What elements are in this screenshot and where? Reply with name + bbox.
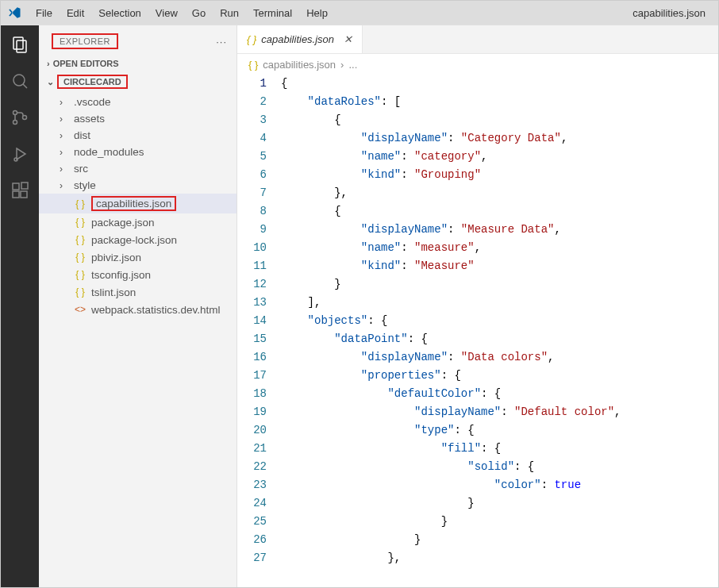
menu-go[interactable]: Go <box>186 4 212 22</box>
file-tsconfig-json[interactable]: { }tsconfig.json <box>39 266 236 283</box>
folder-style[interactable]: ›style <box>39 177 236 194</box>
project-section[interactable]: ⌄ CIRCLECARD <box>39 71 236 92</box>
chevron-right-icon: › <box>60 113 69 125</box>
line-number: 19 <box>237 403 267 421</box>
line-number: 14 <box>237 312 267 330</box>
more-icon[interactable]: ··· <box>216 36 227 48</box>
vscode-logo-icon <box>7 6 21 20</box>
json-icon: { } <box>248 59 258 71</box>
file-label: tslint.json <box>91 286 136 298</box>
line-number: 20 <box>237 421 267 440</box>
open-editors-section[interactable]: › OPEN EDITORS <box>39 56 236 71</box>
folder-label: node_modules <box>74 146 144 158</box>
explorer-icon[interactable] <box>9 33 31 56</box>
menu-selection[interactable]: Selection <box>92 4 147 22</box>
extensions-icon[interactable] <box>9 179 31 202</box>
svg-rect-8 <box>13 191 19 198</box>
folder--vscode[interactable]: ›.vscode <box>39 94 236 110</box>
menu-run[interactable]: Run <box>213 4 245 22</box>
line-number: 13 <box>237 294 267 312</box>
line-number: 18 <box>237 385 267 403</box>
file-label: pbiviz.json <box>91 252 141 263</box>
line-number: 1 <box>237 75 267 93</box>
menu-terminal[interactable]: Terminal <box>247 4 298 22</box>
line-number: 26 <box>237 531 267 549</box>
chevron-right-icon: › <box>47 59 50 68</box>
chevron-down-icon: ⌄ <box>47 77 54 87</box>
chevron-right-icon: › <box>60 180 69 191</box>
menu-view[interactable]: View <box>149 4 184 22</box>
line-number: 3 <box>237 111 267 129</box>
project-label: CIRCLECARD <box>57 75 128 89</box>
line-number: 10 <box>237 239 267 257</box>
folder-label: style <box>74 179 96 191</box>
file-pbiviz-json[interactable]: { }pbiviz.json <box>39 248 236 266</box>
file-package-lock-json[interactable]: { }package-lock.json <box>39 231 236 248</box>
file-tslint-json[interactable]: { }tslint.json <box>39 283 236 301</box>
line-number: 23 <box>237 476 267 494</box>
line-number: 8 <box>237 202 267 221</box>
svg-point-6 <box>14 158 17 161</box>
menu-help[interactable]: Help <box>300 4 334 22</box>
folder-src[interactable]: ›src <box>39 160 236 177</box>
line-number: 12 <box>237 275 267 294</box>
search-icon[interactable] <box>9 70 31 92</box>
file-label: capabilities.json <box>91 196 176 211</box>
svg-rect-0 <box>13 37 23 49</box>
tab-capabilities[interactable]: { } capabilities.json ✕ <box>237 25 363 53</box>
svg-point-2 <box>13 75 25 86</box>
close-tab-icon[interactable]: ✕ <box>344 33 352 45</box>
chevron-right-icon: › <box>60 97 69 108</box>
breadcrumb[interactable]: { } capabilities.json › ... <box>237 54 718 75</box>
line-number: 25 <box>237 513 267 531</box>
file-capabilities-json[interactable]: { }capabilities.json <box>39 194 236 213</box>
line-number: 5 <box>237 148 267 166</box>
source-control-icon[interactable] <box>9 106 31 129</box>
json-icon: { } <box>74 198 87 210</box>
json-icon: { } <box>74 233 87 246</box>
chevron-right-icon: › <box>60 130 69 141</box>
window-title: capabilities.json <box>632 7 712 19</box>
line-number: 17 <box>237 367 267 385</box>
run-debug-icon[interactable] <box>9 143 31 165</box>
sidebar-header: EXPLORER ··· <box>39 25 236 56</box>
explorer-title: EXPLORER <box>52 33 118 49</box>
json-icon: { } <box>74 286 87 298</box>
line-number: 6 <box>237 166 267 184</box>
folder-label: .vscode <box>74 96 111 108</box>
code-area[interactable]: 1234567891011121314151617181920212223242… <box>237 75 718 587</box>
folder-dist[interactable]: ›dist <box>39 127 236 144</box>
activity-bar <box>1 25 39 587</box>
titlebar: FileEditSelectionViewGoRunTerminalHelp c… <box>1 1 718 25</box>
editor: { } capabilities.json ✕ { } capabilities… <box>237 25 718 587</box>
svg-point-4 <box>13 121 17 125</box>
menu-file[interactable]: File <box>29 4 59 22</box>
sidebar: EXPLORER ··· › OPEN EDITORS ⌄ CIRCLECARD… <box>39 25 237 587</box>
folder-label: dist <box>74 129 90 141</box>
chevron-right-icon: › <box>60 163 69 175</box>
json-icon: { } <box>74 216 87 229</box>
svg-point-3 <box>13 111 17 115</box>
file-label: tsconfig.json <box>91 269 151 281</box>
line-number: 7 <box>237 184 267 202</box>
file-webpack-statistics-dev-html[interactable]: <>webpack.statistics.dev.html <box>39 301 236 318</box>
menubar: FileEditSelectionViewGoRunTerminalHelp <box>29 4 632 22</box>
file-label: package.json <box>91 217 155 229</box>
line-number: 15 <box>237 330 267 348</box>
folder-node-modules[interactable]: ›node_modules <box>39 144 236 160</box>
line-number: 27 <box>237 549 267 567</box>
line-number: 2 <box>237 93 267 111</box>
line-number: 24 <box>237 494 267 513</box>
gutter: 1234567891011121314151617181920212223242… <box>237 75 281 587</box>
line-number: 11 <box>237 257 267 275</box>
svg-rect-9 <box>21 191 27 198</box>
open-editors-label: OPEN EDITORS <box>53 59 119 68</box>
menu-edit[interactable]: Edit <box>60 4 90 22</box>
line-number: 9 <box>237 221 267 239</box>
tab-label: capabilities.json <box>261 33 334 45</box>
code-body[interactable]: { "dataRoles": [ { "displayName": "Categ… <box>281 75 718 587</box>
file-package-json[interactable]: { }package.json <box>39 213 236 231</box>
folder-assets[interactable]: ›assets <box>39 110 236 127</box>
file-tree: ›.vscode›assets›dist›node_modules›src›st… <box>39 92 236 320</box>
line-number: 16 <box>237 348 267 367</box>
